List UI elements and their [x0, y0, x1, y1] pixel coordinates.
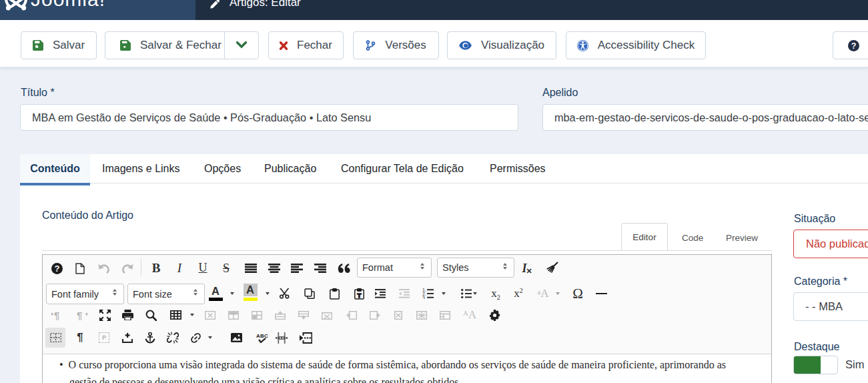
svg-text:¶: ¶ [54, 310, 59, 320]
svg-text:?: ? [851, 41, 856, 50]
svg-text:T: T [357, 291, 361, 298]
svg-text:ABC: ABC [256, 333, 268, 339]
svg-text:3.: 3. [422, 296, 426, 299]
svg-text:?: ? [54, 264, 59, 274]
svg-text:¶: ¶ [77, 310, 82, 320]
